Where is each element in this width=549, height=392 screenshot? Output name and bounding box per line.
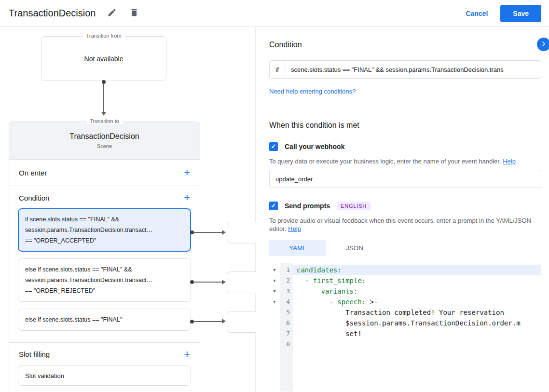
arrow-down-icon [101,112,106,116]
chevron-right-icon [540,40,548,49]
connector-line [193,321,222,322]
slot-filling-section: Slot filling + [9,343,200,365]
language-badge: ENGLISH [337,202,371,210]
code-line[interactable]: $session.params.TransactionDecision.orde… [297,318,541,328]
transition-from-node[interactable]: Transition from Not available [41,36,166,81]
cancel-button[interactable]: Cancel [466,10,488,17]
code-line[interactable]: - first_simple: [297,275,541,286]
page-title: TransactionDecision [9,8,96,19]
editor-format-tabs: YAML JSON [269,240,541,256]
condition-section: Condition + if scene.slots.status == "FI… [9,186,200,343]
transition-from-label: Transition from [83,33,125,39]
call-webhook-checkbox[interactable]: ✓ [269,142,278,151]
edit-title-button[interactable] [106,8,118,19]
add-on-enter-button[interactable]: + [184,168,190,177]
slot-filling-label: Slot filling [19,350,50,358]
line-number: 8 [280,339,290,350]
condition-card-rejected[interactable]: else if scene.slots.status == "FINAL" &&… [18,258,191,302]
condition-text: else if scene.slots.status == "FINAL" && [25,264,184,275]
on-enter-section: On enter + [9,160,200,186]
condition-section-label: Condition [19,194,49,202]
arrow-right-icon [222,230,226,235]
condition-text: == "ORDER_REJECTED" [25,285,184,296]
line-number-gutter: 1 2 3 4 5 6 7 8 [280,263,293,392]
scene-subtitle: Scene [97,143,112,149]
fold-toggle-icon[interactable]: ▾ [269,297,280,307]
line-number: 6 [280,318,290,328]
top-bar: TransactionDecision Cancel Save [0,0,549,27]
line-number: 4 [280,297,290,307]
line-number: 2 [280,275,290,286]
send-prompts-label: Send prompts [285,202,330,210]
condition-text: else if scene.slots.status == "FINAL" [25,314,184,325]
transition-target-stub[interactable] [227,271,256,293]
condition-expression-field[interactable]: if scene.slots.status == "FINAL" && sess… [269,60,541,79]
code-line[interactable] [297,339,541,350]
condition-expression-value[interactable]: scene.slots.status == "FINAL" && session… [285,61,541,78]
add-slot-button[interactable]: + [184,350,190,359]
condition-detail-panel: Condition if scene.slots.status == "FINA… [256,27,549,392]
if-prefix: if [270,61,285,78]
tab-yaml[interactable]: YAML [269,240,326,256]
transition-to-label: Transition to [86,118,122,124]
fold-toggle-icon [269,339,280,350]
section-divider [256,103,549,103]
send-prompts-checkbox[interactable]: ✓ [269,202,278,210]
condition-card-final[interactable]: else if scene.slots.status == "FINAL" [18,309,191,331]
transition-to-node: Transition to TransactionDecision Scene … [9,122,200,392]
condition-text: if scene.slots.status == "FINAL" && [25,214,184,225]
save-button[interactable]: Save [500,5,541,22]
code-area[interactable]: candidates: - first_simple: variants: - … [293,263,541,392]
yaml-editor[interactable]: ▾ ▾ ▾ ▾ 1 2 3 4 5 6 7 8 candidates: [269,263,541,392]
arrow-right-icon [222,319,226,324]
fold-toggle-icon [269,307,280,318]
check-icon: ✓ [271,143,276,150]
slot-validation-card[interactable]: Slot validation [18,365,191,386]
when-condition-met-title: When this condition is met [269,120,541,131]
condition-card-accepted[interactable]: if scene.slots.status == "FINAL" && sess… [18,208,191,252]
code-line[interactable]: set! [297,328,541,339]
connector-dot [102,80,106,84]
add-condition-button[interactable]: + [184,193,190,203]
transition-target-stub[interactable] [227,222,256,243]
scene-graph-canvas: Transition from Not available Transition… [0,27,256,392]
fold-toggle-icon[interactable]: ▾ [269,286,280,297]
check-icon: ✓ [271,202,276,209]
fold-toggle-icon [269,318,280,328]
line-number: 3 [280,286,290,297]
code-line[interactable]: Transaction completed! Your reservation [297,307,541,318]
fold-toggle-icon[interactable]: ▾ [269,265,280,275]
webhook-description-text: To query data or execute your business l… [269,158,501,165]
transition-from-content: Not available [84,55,124,63]
call-webhook-label: Call your webhook [285,143,344,150]
delete-scene-button[interactable] [128,8,140,19]
condition-text: == "ORDER_ACCEPTED" [25,235,184,246]
connector-line [193,232,222,233]
code-line[interactable]: candidates: [293,265,541,275]
fold-toggle-icon[interactable]: ▾ [269,275,280,286]
code-line[interactable]: variants: [297,286,541,297]
fold-gutter: ▾ ▾ ▾ ▾ [269,263,280,392]
line-number: 7 [280,328,290,339]
webhook-help-link[interactable]: Help [503,158,516,165]
conditions-help-link[interactable]: Need help entering conditions? [269,88,356,95]
pencil-icon [107,8,117,19]
prompts-description: To provide audio or visual feedback when… [269,216,541,233]
line-number: 1 [280,265,290,275]
scene-title: TransactionDecision [69,132,139,141]
connector-line [193,282,222,283]
trash-icon [129,8,139,19]
condition-text: session.params.TransactionDecision.trans… [25,275,184,285]
transition-target-stub[interactable] [227,311,256,333]
tab-json[interactable]: JSON [326,240,383,256]
webhook-handler-input[interactable] [269,170,541,188]
code-line[interactable]: - speech: >- [297,297,541,307]
collapse-panel-button[interactable] [537,38,549,51]
fold-toggle-icon [269,328,280,339]
connector-line [103,84,104,112]
scene-header[interactable]: TransactionDecision Scene [9,122,200,160]
prompts-help-link[interactable]: Help [288,225,301,232]
arrow-right-icon [222,280,226,284]
line-number: 5 [280,307,290,318]
slot-validation-label: Slot validation [25,372,64,379]
